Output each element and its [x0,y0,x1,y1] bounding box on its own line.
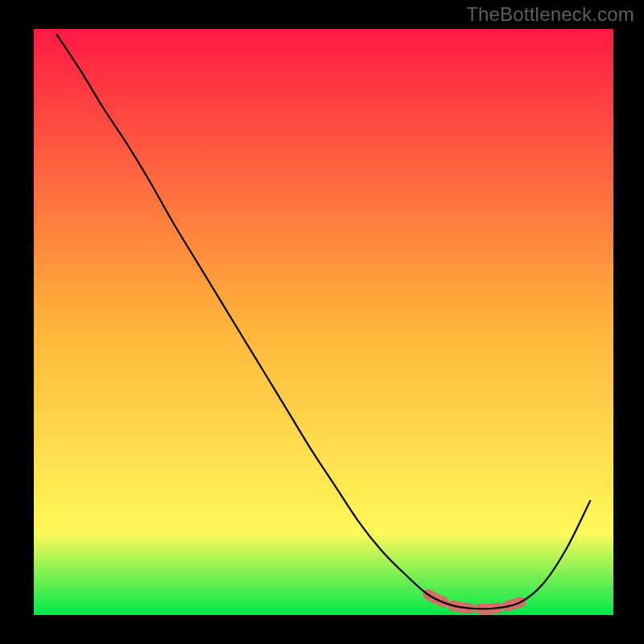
watermark-text: TheBottleneck.com [466,3,634,26]
chart-canvas: { "watermark": "TheBottleneck.com", "col… [0,0,644,644]
plot-background [34,29,613,615]
plot-svg [0,0,644,644]
